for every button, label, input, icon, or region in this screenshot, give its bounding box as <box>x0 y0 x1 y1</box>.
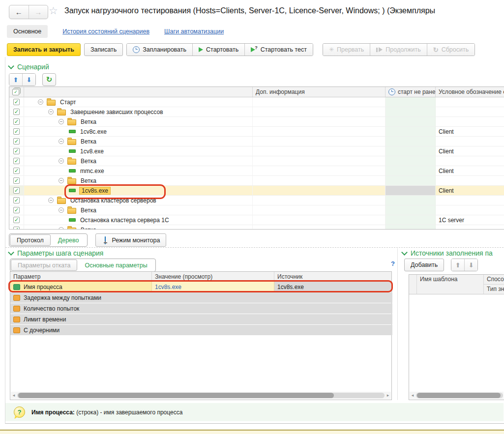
tab-tree[interactable]: Дерево <box>51 237 87 244</box>
tree-row[interactable]: ✓Завершение зависших процессов <box>9 107 504 117</box>
tab-main[interactable]: Основное <box>7 25 48 38</box>
row-checkbox[interactable]: ✓ <box>13 128 20 135</box>
move-up-button[interactable]: ⬆ <box>9 74 22 86</box>
param-column-header[interactable]: Параметр <box>10 272 152 281</box>
collapse-toggle-icon[interactable] <box>59 158 64 164</box>
row-checkbox[interactable]: ✓ <box>13 138 20 145</box>
row-checkbox[interactable]: ✓ <box>13 177 20 184</box>
row-checkbox[interactable]: ✓ <box>13 168 20 174</box>
collapse-toggle-icon[interactable] <box>48 109 54 115</box>
collapse-toggle-icon[interactable] <box>59 207 64 213</box>
reset-button[interactable]: ↻Сбросить <box>427 44 474 56</box>
row-checkbox[interactable]: ✓ <box>13 99 20 105</box>
scroll-left-icon[interactable]: ◂ <box>11 392 17 399</box>
scroll-left-icon[interactable]: ◂ <box>410 392 415 399</box>
start-button[interactable]: Стартовать <box>192 44 244 56</box>
fill-sources-horizontal-scrollbar[interactable]: ◂ <box>410 392 504 399</box>
template-name-column-header[interactable]: Имя шаблона <box>417 275 484 294</box>
collapse-toggle-icon[interactable] <box>59 227 64 230</box>
row-checkbox[interactable]: ✓ <box>13 118 20 125</box>
symbol-cell: Client <box>436 127 504 136</box>
scrollbar-track[interactable] <box>416 393 503 398</box>
tab-protocol[interactable]: Протокол <box>10 234 51 246</box>
tab-rollback-params[interactable]: Параметры отката <box>11 260 77 271</box>
move-up-button[interactable]: ⬆ <box>451 259 464 271</box>
step-params-group-header[interactable]: Параметры шага сценария <box>9 249 103 257</box>
fill-sources-group-header[interactable]: Источники заполнения па <box>402 249 493 257</box>
value-type-column-header[interactable]: Тип знач <box>484 285 504 294</box>
tree-row[interactable]: ✓Ветка <box>9 137 504 146</box>
schedule-button[interactable]: Запланировать <box>127 44 192 56</box>
select-all-header-cell[interactable]: ✓ <box>9 87 24 97</box>
tab-automation-steps[interactable]: Шаги автоматизации <box>164 28 224 35</box>
parameter-row[interactable]: С дочерними <box>10 325 391 335</box>
forward-button[interactable]: → <box>29 5 48 19</box>
collapse-toggle-icon[interactable] <box>59 119 64 124</box>
row-checkbox[interactable]: ✓ <box>13 207 20 213</box>
tree-row[interactable]: ✓1cv8s.exeClient <box>9 186 504 196</box>
tree-row[interactable]: ✓Ветка <box>9 176 504 186</box>
scrollbar-track[interactable] <box>17 393 385 398</box>
collapse-toggle-icon[interactable] <box>59 178 64 183</box>
row-checkbox[interactable]: ✓ <box>13 227 20 230</box>
row-checkbox[interactable]: ✓ <box>13 197 20 203</box>
row-checkbox[interactable]: ✓ <box>13 187 20 194</box>
tree-row[interactable]: ✓mmc.exeClient <box>9 166 504 176</box>
add-button[interactable]: Добавить <box>404 259 444 271</box>
refresh-button[interactable]: ↻ <box>42 73 56 86</box>
row-checkbox[interactable]: ✓ <box>13 217 20 223</box>
collapse-toggle-icon[interactable] <box>38 99 43 105</box>
params-horizontal-scrollbar[interactable]: ◂ ▸ <box>11 392 391 399</box>
scroll-right-icon[interactable]: ▸ <box>385 392 391 399</box>
checkbox-cell: ✓ <box>9 156 24 166</box>
tree-item-label: Завершение зависших процессов <box>70 109 163 116</box>
start-not-before-column-header[interactable]: старт не ранее... <box>385 87 436 97</box>
tree-row[interactable]: ✓Ветка <box>9 205 504 215</box>
parameter-row[interactable]: Количество попыток <box>10 303 391 314</box>
tree-row[interactable]: ✓Ветка <box>9 117 504 127</box>
start-test-button[interactable]: ?Стартовать тест <box>244 44 313 56</box>
parameter-row[interactable]: Лимит времени <box>10 314 391 324</box>
tree-row[interactable]: ✓Ветка <box>9 225 504 230</box>
tree-item-label: Ветка <box>81 207 96 214</box>
tree-row[interactable]: ✓1cv8.exeClient <box>9 146 504 156</box>
tab-main-params[interactable]: Основные параметры <box>77 262 154 269</box>
extra-info-column-header[interactable]: Доп. информация <box>253 87 385 97</box>
tree-row[interactable]: ✓Остановка кластера сервера 1С1C server <box>9 215 504 225</box>
row-checkbox[interactable]: ✓ <box>13 158 20 164</box>
panel-splitter[interactable] <box>397 248 398 400</box>
symbol-column-header[interactable]: Условное обозначение ед <box>436 87 504 97</box>
tree-column-header[interactable] <box>24 87 253 97</box>
tree-row[interactable]: ✓1cv8c.exeClient <box>9 127 504 137</box>
source-column-header[interactable]: Источник <box>274 272 392 281</box>
scrollbar-thumb[interactable] <box>417 393 501 398</box>
value-column-header[interactable]: Значение (просмотр) <box>152 272 274 281</box>
parameter-row[interactable]: Имя процесса1cv8s.exe1cv8s.exe <box>10 282 391 292</box>
scenario-group-header[interactable]: Сценарий <box>9 63 49 71</box>
tree-row[interactable]: ✓Остановка кластеров серверов <box>9 196 504 205</box>
parameter-row[interactable]: Задержка между попытками <box>10 292 391 303</box>
collapse-toggle-icon[interactable] <box>59 139 64 144</box>
back-button[interactable]: ← <box>9 5 29 19</box>
move-down-button[interactable]: ⬇ <box>464 259 477 271</box>
save-button[interactable]: Записать <box>84 43 123 56</box>
continue-button[interactable]: Продолжить <box>370 44 426 56</box>
move-down-button[interactable]: ⬇ <box>22 74 35 86</box>
scrollbar-thumb[interactable] <box>18 393 334 398</box>
tree-item-label: Ветка <box>81 158 96 165</box>
monitor-mode-button[interactable]: Режим монитора <box>95 233 167 247</box>
tree-row[interactable]: ✓Ветка <box>9 156 504 166</box>
params-help-link[interactable]: ? <box>391 260 395 267</box>
interrupt-button[interactable]: ✳Прервать <box>323 44 370 56</box>
row-checkbox[interactable]: ✓ <box>13 148 20 154</box>
marker-column-header[interactable] <box>409 275 417 294</box>
tab-scenario-states-history[interactable]: История состояний сценариев <box>62 28 149 35</box>
method-column-header[interactable]: Способ з <box>484 275 504 285</box>
scenario-toolbar: ⬆ ⬇ ↻ <box>9 73 56 86</box>
parameter-value-cell[interactable]: 1cv8s.exe <box>152 282 274 292</box>
save-and-close-button[interactable]: Записать и закрыть <box>7 43 81 56</box>
favorite-star-icon[interactable]: ☆ <box>49 5 58 17</box>
tree-row[interactable]: ✓Старт <box>9 97 504 107</box>
row-checkbox[interactable]: ✓ <box>13 109 20 115</box>
collapse-toggle-icon[interactable] <box>48 198 54 203</box>
